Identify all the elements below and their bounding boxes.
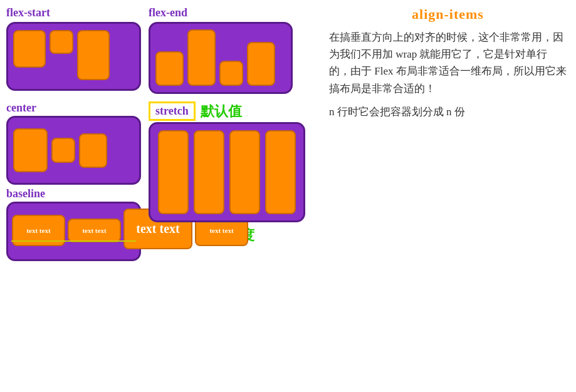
flex-end-item-3 <box>219 61 243 86</box>
center-label: center <box>6 101 141 115</box>
stretch-label: stretch <box>149 101 196 121</box>
baseline-item-2: text text <box>68 219 121 242</box>
baseline-label: baseline <box>6 187 141 200</box>
stretch-item-2 <box>194 130 224 214</box>
bottom-row: center baseline text text text text text… <box>6 101 313 261</box>
right-panel: align-items 在搞垂直方向上的对齐的时候，这个非常常用，因为我们不用加… <box>320 0 576 392</box>
flex-start-item-1 <box>13 30 46 68</box>
right-paragraph-1: 在搞垂直方向上的对齐的时候，这个非常常用，因为我们不用加 wrap 就能用它了，… <box>329 29 567 97</box>
center-item-1 <box>13 128 48 172</box>
baseline-flex: text text text text text text text text <box>6 202 141 261</box>
baseline-container: text text text text text text text text <box>6 202 141 261</box>
stretch-container <box>149 122 305 222</box>
flex-start-section: flex-start <box>6 6 141 94</box>
stretch-item-3 <box>229 130 260 214</box>
baseline-line <box>11 240 136 242</box>
top-row: flex-start flex-end <box>6 6 313 94</box>
default-label: 默认值 <box>201 102 242 121</box>
flex-end-section: flex-end <box>149 6 293 94</box>
center-section: center baseline text text text text text… <box>6 101 141 261</box>
stretch-item-4 <box>265 130 296 214</box>
center-item-2 <box>51 138 75 163</box>
flex-start-item-3 <box>77 30 110 80</box>
flex-start-item-2 <box>50 30 73 54</box>
center-container <box>6 116 141 185</box>
flex-end-item-4 <box>247 42 275 86</box>
flex-end-container <box>149 22 293 94</box>
align-items-title: align-items <box>329 6 567 23</box>
stretch-item-1 <box>158 130 189 214</box>
baseline-section: baseline text text text text text text t… <box>6 187 141 261</box>
stretch-label-row: stretch 默认值 <box>149 101 305 121</box>
flex-start-container <box>6 22 141 91</box>
flex-end-item-1 <box>155 51 184 86</box>
center-item-3 <box>79 133 107 168</box>
flex-end-label: flex-end <box>149 6 293 19</box>
flex-start-label: flex-start <box>6 6 141 19</box>
left-panel: flex-start flex-end center <box>0 0 320 392</box>
flex-end-item-2 <box>187 29 216 86</box>
right-paragraph-2: n 行时它会把容器划分成 n 份 <box>329 103 567 120</box>
